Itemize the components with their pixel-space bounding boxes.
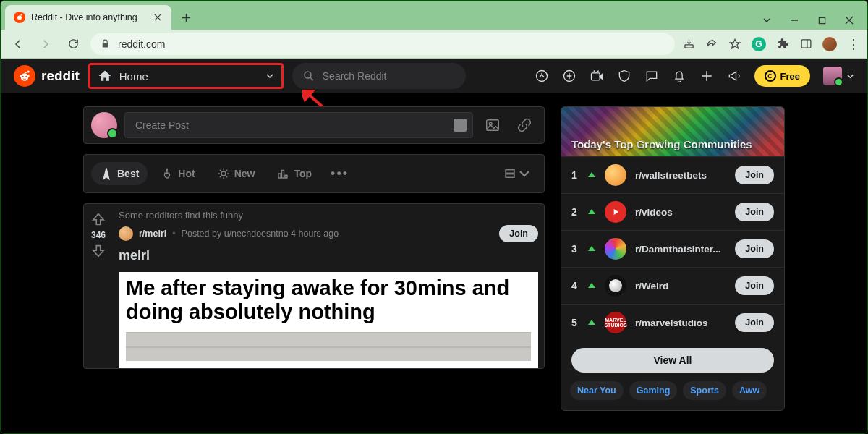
community-row[interactable]: 3 r/Damnthatsinter... Join — [561, 230, 784, 267]
subreddit-link[interactable]: r/meirl — [139, 229, 166, 239]
create-post-icon[interactable] — [699, 69, 714, 83]
search-input[interactable]: Search Reddit — [292, 63, 466, 89]
sort-top[interactable]: Top — [268, 162, 320, 185]
community-icon — [605, 275, 626, 297]
chevron-down-icon[interactable] — [762, 15, 772, 25]
upvote-icon[interactable] — [90, 211, 106, 227]
home-icon — [98, 69, 112, 83]
downvote-icon[interactable] — [90, 243, 106, 259]
chrome-menu-icon[interactable]: ⋮ — [847, 38, 860, 51]
coin-c-icon: C — [765, 70, 776, 82]
join-button[interactable]: Join — [499, 225, 538, 242]
trend-up-icon — [587, 208, 596, 216]
back-button[interactable] — [8, 34, 28, 54]
subreddit-icon[interactable] — [119, 226, 133, 241]
url-field[interactable]: reddit.com — [90, 33, 675, 55]
popular-icon[interactable] — [535, 69, 549, 83]
extensions-icon[interactable] — [776, 38, 789, 51]
live-icon[interactable] — [590, 69, 604, 83]
chat-icon[interactable] — [644, 69, 659, 83]
user-avatar[interactable] — [91, 112, 117, 138]
sort-more-icon[interactable]: ••• — [325, 166, 354, 182]
svg-rect-18 — [506, 170, 514, 174]
post-card[interactable]: 346 Some redditors find this funny r/mei… — [83, 203, 545, 369]
browser-address-bar: reddit.com G ⋮ — [1, 30, 867, 59]
svg-point-17 — [221, 171, 226, 176]
user-menu[interactable] — [823, 67, 854, 85]
post-hint: Some redditors find this funny — [119, 210, 538, 221]
svg-rect-19 — [506, 174, 514, 178]
svg-point-10 — [25, 76, 27, 77]
svg-rect-14 — [591, 73, 600, 80]
chip[interactable]: Near You — [570, 381, 624, 400]
post-image[interactable]: Me after staying awake for 30mins and do… — [119, 272, 538, 368]
join-button[interactable]: Join — [735, 166, 774, 184]
posted-by[interactable]: Posted by u/nechdoesntno 4 hours ago — [182, 229, 339, 239]
coins-icon[interactable] — [562, 69, 576, 83]
bookmark-star-icon[interactable] — [728, 38, 741, 51]
new-tab-button[interactable] — [176, 7, 196, 27]
reddit-wordmark: reddit — [41, 68, 80, 84]
sort-best[interactable]: Best — [91, 162, 148, 185]
maximize-icon[interactable] — [817, 15, 827, 25]
shield-icon[interactable] — [617, 69, 631, 83]
join-button[interactable]: Join — [735, 239, 774, 258]
svg-rect-4 — [801, 40, 811, 48]
chip[interactable]: Gaming — [629, 381, 678, 400]
vote-score: 346 — [91, 230, 106, 240]
browser-tab[interactable]: Reddit - Dive into anything — [5, 5, 171, 30]
reload-button[interactable] — [63, 34, 83, 54]
free-button[interactable]: C Free — [754, 65, 810, 87]
browser-tab-title: Reddit - Dive into anything — [31, 12, 137, 22]
join-button[interactable]: Join — [735, 203, 774, 221]
widget-title: Today's Top Growing Communities — [571, 138, 752, 150]
sort-new[interactable]: New — [208, 162, 264, 185]
trend-up-icon — [587, 171, 596, 179]
grammarly-icon[interactable]: G — [752, 37, 766, 51]
svg-point-7 — [27, 75, 30, 77]
link-post-icon[interactable] — [512, 113, 537, 137]
nav-dropdown[interactable]: Home — [88, 63, 284, 89]
join-button[interactable]: Join — [735, 313, 774, 332]
reddit-logo[interactable]: reddit — [14, 65, 80, 87]
create-post-bar: Create Post — [83, 106, 545, 144]
install-app-icon[interactable] — [682, 38, 695, 51]
trend-up-icon — [587, 281, 596, 290]
vote-column: 346 — [84, 204, 113, 368]
sort-hot[interactable]: Hot — [152, 162, 203, 185]
share-icon[interactable] — [705, 38, 718, 51]
minimize-icon[interactable] — [789, 15, 799, 25]
advertise-icon[interactable] — [727, 69, 741, 83]
community-icon — [605, 164, 626, 186]
community-icon — [605, 201, 626, 223]
chip[interactable]: Aww — [732, 381, 767, 400]
close-tab-icon[interactable] — [153, 12, 163, 22]
url-text: reddit.com — [118, 38, 165, 50]
chrome-profile-avatar[interactable] — [822, 37, 837, 51]
sidepanel-icon[interactable] — [799, 38, 812, 51]
svg-point-11 — [305, 72, 311, 78]
close-window-icon[interactable] — [844, 15, 854, 25]
search-icon — [302, 69, 315, 82]
community-icon — [605, 238, 626, 260]
view-all-button[interactable]: View All — [571, 348, 774, 373]
community-list: 1 r/wallstreetbets Join 2 r/videos Join … — [561, 156, 784, 341]
join-button[interactable]: Join — [735, 276, 774, 295]
meme-image-body — [126, 332, 531, 361]
view-mode-toggle[interactable] — [498, 167, 537, 180]
search-placeholder: Search Reddit — [323, 70, 387, 82]
chip[interactable]: Sports — [683, 381, 726, 400]
create-post-input[interactable]: Create Post — [124, 112, 473, 138]
top-communities-widget: Today's Top Growing Communities 1 r/wall… — [561, 106, 785, 411]
image-post-icon[interactable] — [480, 113, 505, 137]
reddit-header: reddit Home Search Reddit C Free — [1, 59, 867, 93]
notifications-icon[interactable] — [672, 69, 686, 83]
community-row[interactable]: 5 MARVELSTUDIOS r/marvelstudios Join — [561, 304, 784, 341]
post-title: meirl — [119, 248, 538, 263]
community-row[interactable]: 2 r/videos Join — [561, 193, 784, 230]
svg-point-5 — [21, 73, 29, 81]
community-row[interactable]: 1 r/wallstreetbets Join — [561, 156, 784, 193]
community-row[interactable]: 4 r/Weird Join — [561, 267, 784, 304]
community-icon: MARVELSTUDIOS — [605, 312, 626, 333]
forward-button[interactable] — [35, 34, 56, 54]
